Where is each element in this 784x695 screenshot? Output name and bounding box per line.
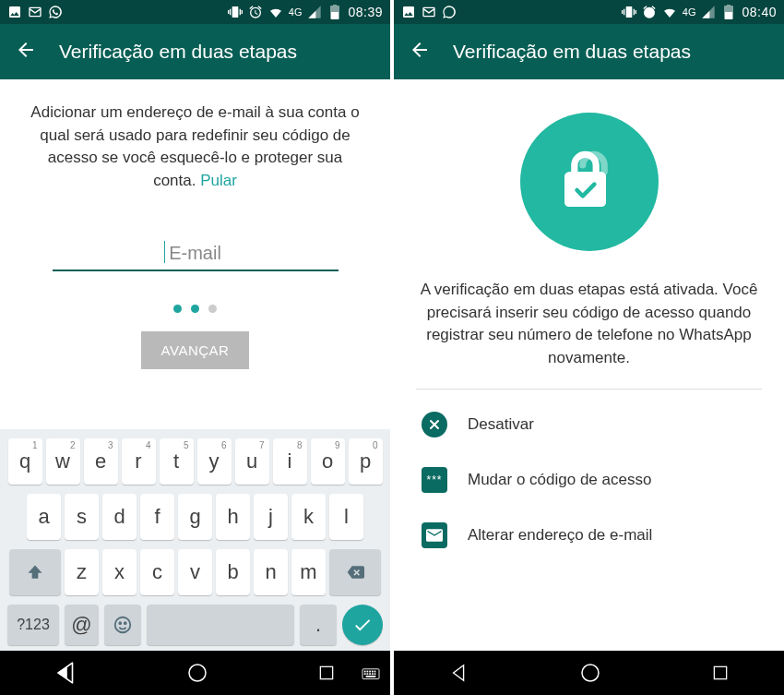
svg-rect-16	[366, 676, 376, 677]
enter-key[interactable]	[342, 605, 383, 645]
key-j[interactable]: j	[254, 494, 288, 540]
emoji-key[interactable]	[104, 605, 141, 645]
svg-rect-4	[320, 666, 332, 678]
option-change-email[interactable]: Alterar endereço de e-mail	[416, 508, 762, 563]
option-label: Mudar o código de acesso	[468, 471, 651, 489]
shift-key[interactable]	[9, 549, 61, 595]
image-icon	[401, 5, 416, 19]
option-change-code[interactable]: *** Mudar o código de acesso	[416, 452, 762, 508]
key-a[interactable]: a	[27, 494, 61, 540]
battery-icon	[721, 5, 736, 19]
nav-home-icon[interactable]	[579, 662, 601, 684]
svg-rect-6	[364, 671, 366, 673]
phone-right: 4G 08:40 Verificação em duas etapas A ve…	[394, 0, 784, 695]
key-r[interactable]: r4	[122, 438, 156, 485]
symbols-key[interactable]: ?123	[7, 605, 59, 645]
status-clock: 08:40	[742, 5, 777, 19]
gmail-icon	[422, 5, 436, 19]
key-p[interactable]: p0	[349, 438, 383, 485]
svg-rect-12	[367, 673, 369, 675]
svg-rect-8	[369, 671, 371, 673]
key-n[interactable]: n	[254, 549, 288, 595]
key-h[interactable]: h	[216, 494, 250, 540]
svg-rect-9	[372, 671, 374, 673]
key-y[interactable]: y6	[197, 438, 232, 485]
option-disable[interactable]: Desativar	[416, 397, 762, 452]
vibrate-icon	[228, 5, 243, 19]
close-circle-icon	[422, 412, 447, 437]
key-b[interactable]: b	[216, 549, 250, 595]
at-key[interactable]: @	[65, 605, 99, 645]
lock-hero-icon	[520, 113, 659, 251]
content-area: Adicionar um endereço de e-mail à sua co…	[0, 79, 390, 429]
step-dot-2	[191, 305, 199, 313]
wifi-icon	[268, 5, 283, 19]
svg-point-0	[115, 617, 131, 633]
content-area: A verificação em duas etapas está ativad…	[394, 79, 784, 651]
nav-bar	[394, 651, 784, 695]
backspace-key[interactable]	[329, 549, 381, 595]
key-d[interactable]: d	[102, 494, 137, 540]
key-f[interactable]: f	[140, 494, 174, 540]
email-field[interactable]	[53, 237, 339, 271]
svg-point-1	[119, 622, 121, 624]
image-icon	[7, 5, 22, 19]
key-w[interactable]: w2	[46, 438, 80, 485]
key-t[interactable]: t5	[160, 438, 194, 485]
nav-back-icon[interactable]	[449, 663, 469, 683]
period-key[interactable]: .	[300, 605, 337, 645]
key-c[interactable]: c	[140, 549, 174, 595]
svg-rect-13	[369, 673, 371, 675]
key-i[interactable]: i8	[273, 438, 307, 485]
back-icon[interactable]	[15, 39, 37, 65]
step-dot-3	[208, 305, 217, 313]
nav-recent-icon[interactable]	[317, 664, 336, 682]
svg-rect-10	[374, 671, 376, 673]
nav-back-icon[interactable]	[54, 661, 78, 685]
alarm-icon	[248, 5, 263, 19]
svg-point-2	[125, 622, 126, 624]
mail-icon	[422, 522, 447, 548]
space-key[interactable]	[147, 605, 294, 645]
wifi-icon	[662, 5, 677, 19]
key-o[interactable]: o9	[311, 438, 345, 485]
svg-rect-14	[372, 673, 374, 675]
key-v[interactable]: v	[178, 549, 212, 595]
advance-button[interactable]: AVANÇAR	[141, 331, 250, 369]
option-label: Desativar	[468, 415, 534, 434]
signal-icon	[701, 5, 716, 19]
key-q[interactable]: q1	[8, 438, 42, 485]
svg-rect-20	[714, 666, 726, 678]
svg-point-3	[189, 665, 206, 681]
network-label: 4G	[289, 6, 303, 18]
alarm-icon	[642, 5, 657, 19]
svg-point-19	[582, 665, 599, 681]
option-label: Alterar endereço de e-mail	[468, 526, 652, 545]
key-g[interactable]: g	[178, 494, 212, 540]
svg-rect-18	[564, 172, 606, 207]
network-label: 4G	[683, 6, 696, 18]
back-icon[interactable]	[409, 39, 431, 65]
step-dots	[26, 305, 364, 313]
divider	[416, 389, 762, 389]
key-m[interactable]: m	[291, 549, 326, 595]
key-k[interactable]: k	[291, 494, 326, 540]
whatsapp-icon	[48, 5, 63, 19]
skip-link[interactable]: Pular	[200, 172, 237, 189]
email-field-row	[26, 237, 364, 271]
svg-rect-11	[364, 673, 366, 675]
nav-recent-icon[interactable]	[711, 664, 730, 682]
nav-home-icon[interactable]	[186, 662, 208, 684]
status-bar: 4G 08:40	[394, 0, 784, 24]
description: A verificação em duas etapas está ativad…	[416, 279, 762, 370]
key-z[interactable]: z	[65, 549, 99, 595]
keyboard-toggle-icon[interactable]	[361, 667, 381, 684]
key-l[interactable]: l	[329, 494, 363, 540]
app-bar: Verificação em duas etapas	[394, 24, 784, 79]
page-title: Verificação em duas etapas	[59, 41, 297, 63]
key-u[interactable]: u7	[235, 438, 269, 485]
key-s[interactable]: s	[65, 494, 99, 540]
key-e[interactable]: e3	[84, 438, 118, 485]
nav-bar	[0, 651, 390, 695]
key-x[interactable]: x	[102, 549, 137, 595]
